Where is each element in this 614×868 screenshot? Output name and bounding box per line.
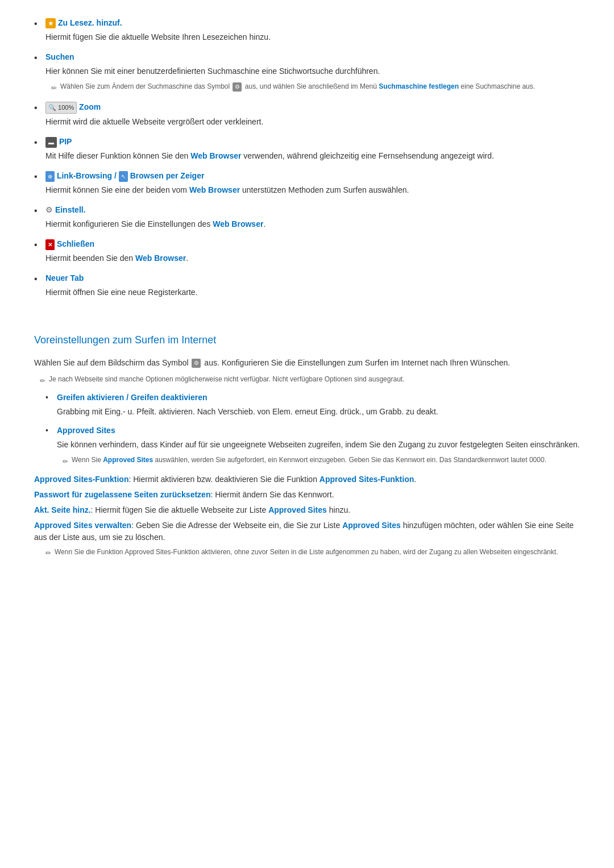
verwalten-approved-link: Approved Sites (342, 521, 401, 530)
section-note-text: Je nach Webseite sind manche Optionen mö… (49, 375, 404, 384)
action-line-passwort: Passwort für zugelassene Seiten zurückse… (34, 489, 580, 501)
approved-sites-title: Approved Sites (57, 425, 580, 437)
item-title-pip: ▬ PIP (45, 136, 580, 148)
pip-webbrowser-link: Web Browser (190, 151, 241, 160)
passwort-zuruecksetzen-link: Passwort für zugelassene Seiten zurückse… (34, 490, 210, 499)
link-browsing-desc: Hiermit können Sie eine der beiden vom W… (45, 184, 580, 196)
settings-inline-icon2: ⚙ (192, 359, 201, 368)
section-intro: Wählen Sie auf dem Bildschirm das Symbol… (34, 357, 580, 369)
list-item-greifen: Greifen aktivieren / Greifen deaktiviere… (45, 392, 580, 418)
neuer-tab-desc: Hiermit öffnen Sie eine neue Registerkar… (45, 286, 580, 298)
list-item-link-browsing: ⊕ Link-Browsing / ↖ Browsen per Zeiger H… (34, 170, 580, 196)
action-lines-container: Approved Sites-Funktion: Hiermit aktivie… (34, 474, 580, 558)
item-title-schliessen: ✕ Schließen (45, 238, 580, 250)
final-approved-sites-funktion-link: Approved Sites-Funktion (125, 548, 199, 556)
einstell-desc: Hiermit konfigurieren Sie die Einstellun… (45, 218, 580, 230)
item-title-neuer-tab: Neuer Tab (45, 272, 580, 284)
zoom-label: Zoom (79, 102, 101, 111)
lesezeichen-desc: Hiermit fügen Sie die aktuelle Website I… (45, 31, 580, 43)
final-note-text: Wenn Sie die Funktion Approved Sites-Fun… (55, 547, 558, 557)
schliessen-desc: Hiermit beenden Sie den Web Browser. (45, 252, 580, 264)
sub-feature-list: Greifen aktivieren / Greifen deaktiviere… (34, 392, 580, 467)
pencil-icon: ✏ (51, 83, 57, 93)
lesezeichen-label: Zu Lesez. hinzuf. (58, 18, 122, 27)
list-item-pip: ▬ PIP Mit Hilfe dieser Funktion können S… (34, 136, 580, 162)
star-icon: ★ (45, 18, 56, 28)
settings-icon: ⚙ (45, 204, 53, 216)
greifen-desc: Grabbing mit Eing.- u. Pfeilt. aktiviere… (57, 406, 580, 418)
pointer-icon: ↖ (119, 171, 128, 182)
close-icon: ✕ (45, 239, 55, 250)
approved-sites-verwalten-link: Approved Sites verwalten (34, 521, 131, 530)
item-title-einstell: ⚙ Einstell. (45, 204, 580, 216)
pip-label: PIP (59, 137, 72, 146)
action-line-akt-seite: Akt. Seite hinz.: Hiermit fügen Sie die … (34, 504, 580, 516)
greifen-label: Greifen aktivieren / Greifen deaktiviere… (57, 393, 208, 402)
link-browsing-webbrowser-link: Web Browser (189, 185, 240, 194)
list-item-zoom: 🔍 100% Zoom Hiermit wird die aktuelle We… (34, 101, 580, 128)
suchen-label: Suchen (45, 52, 74, 61)
list-item-schliessen: ✕ Schließen Hiermit beenden Sie den Web … (34, 238, 580, 264)
einstell-label-text: Einstell. (55, 205, 86, 214)
browsen-per-zeiger-label: Browsen per Zeiger (130, 171, 205, 180)
link-icon: ⊕ (45, 171, 55, 182)
zoom-desc: Hiermit wird die aktuelle Webseite vergr… (45, 116, 580, 128)
item-title-zoom: 🔍 100% Zoom (45, 101, 580, 114)
pencil-icon4: ✏ (45, 548, 51, 558)
pencil-icon2: ✏ (40, 376, 45, 386)
action-line-verwalten: Approved Sites verwalten: Geben Sie die … (34, 520, 580, 543)
neuer-tab-label: Neuer Tab (45, 273, 84, 283)
akt-seite-approved-link: Approved Sites (268, 505, 327, 514)
approved-sites-funktion-link2: Approved Sites-Funktion (320, 475, 414, 484)
list-item-einstell: ⚙ Einstell. Hiermit konfigurieren Sie di… (34, 204, 580, 230)
section-note-block: ✏ Je nach Webseite sind manche Optionen … (34, 375, 580, 386)
approved-sites-funktion-link1: Approved Sites-Funktion (34, 475, 128, 484)
suchmaschine-festlegen-link: Suchmaschine festlegen (379, 82, 459, 90)
main-feature-list: ★ Zu Lesez. hinzuf. Hiermit fügen Sie di… (34, 17, 580, 298)
pencil-icon3: ✏ (63, 456, 68, 467)
schliessen-webbrowser-link: Web Browser (135, 254, 186, 263)
approved-sites-desc: Sie können verhindern, dass Kinder auf f… (57, 439, 580, 451)
zoom-icon: 🔍 100% (45, 102, 77, 114)
akt-seite-link: Akt. Seite hinz. (34, 505, 91, 514)
pip-desc: Mit Hilfe dieser Funktion können Sie den… (45, 150, 580, 162)
item-title-suchen: Suchen (45, 51, 580, 63)
approved-sites-note-block: ✏ Wenn Sie Approved Sites auswählen, wer… (57, 455, 580, 467)
item-title-lesezeichen: ★ Zu Lesez. hinzuf. (45, 17, 580, 29)
pip-icon: ▬ (45, 137, 57, 148)
action-line-funktion: Approved Sites-Funktion: Hiermit aktivie… (34, 474, 580, 485)
voreinstellungen-section: Voreinstellungen zum Surfen im Internet … (34, 333, 580, 558)
section-heading: Voreinstellungen zum Surfen im Internet (34, 333, 580, 348)
suchen-note-block: ✏ Wählen Sie zum Ändern der Suchmaschine… (45, 82, 580, 93)
greifen-title: Greifen aktivieren / Greifen deaktiviere… (57, 392, 580, 404)
approved-sites-label: Approved Sites (57, 426, 115, 435)
link-browsing-label: Link-Browsing / (57, 171, 119, 180)
schliessen-label: Schließen (57, 239, 94, 248)
list-item-approved-sites: Approved Sites Sie können verhindern, da… (45, 425, 580, 467)
approved-sites-note-link: Approved Sites (103, 456, 153, 464)
final-note-block: ✏ Wenn Sie die Funktion Approved Sites-F… (34, 547, 580, 558)
settings-inline-icon: ⚙ (233, 82, 242, 92)
list-item-neuer-tab: Neuer Tab Hiermit öffnen Sie eine neue R… (34, 272, 580, 298)
suchen-desc: Hier können Sie mit einer benutzerdefini… (45, 65, 580, 77)
einstell-webbrowser-link: Web Browser (213, 219, 263, 229)
approved-sites-note: Wenn Sie Approved Sites auswählen, werde… (72, 455, 546, 465)
suchen-note: Wählen Sie zum Ändern der Suchmaschine d… (60, 82, 535, 92)
list-item-lesezeichen: ★ Zu Lesez. hinzuf. Hiermit fügen Sie di… (34, 17, 580, 43)
list-item-suchen: Suchen Hier können Sie mit einer benutze… (34, 51, 580, 93)
item-title-link-browsing: ⊕ Link-Browsing / ↖ Browsen per Zeiger (45, 170, 580, 182)
